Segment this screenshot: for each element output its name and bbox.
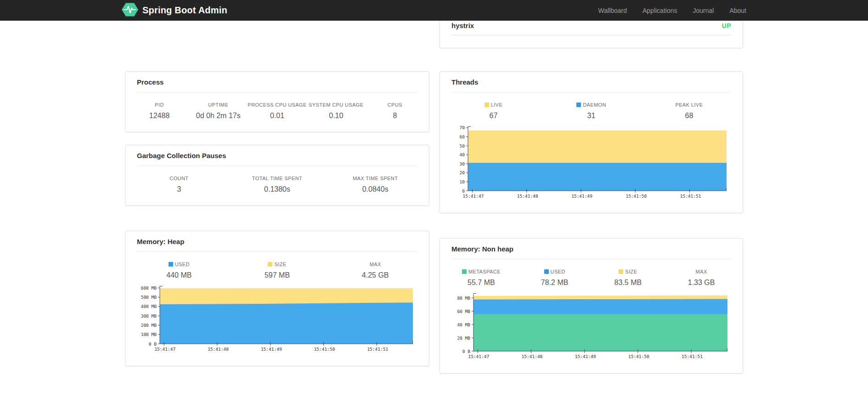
svg-text:400 MB: 400 MB xyxy=(141,304,157,309)
svg-text:15:41:50: 15:41:50 xyxy=(628,354,649,359)
process-card: Process PID 12488 UPTIME 0d 0h 2m 17s PR… xyxy=(125,71,429,132)
service-status-badge: UP xyxy=(722,22,731,29)
svg-text:15:41:49: 15:41:49 xyxy=(575,354,596,359)
memory-nonheap-stats: METASPACE 55.7 MB USED 78.2 MB SIZE 83.5… xyxy=(440,259,743,289)
top-navbar: Spring Boot Admin Wallboard Applications… xyxy=(0,0,868,21)
threads-stats: LIVE 67 DAEMON 31 PEAK LIVE 68 xyxy=(440,92,743,122)
size-legend-swatch xyxy=(268,262,272,267)
gc-card-title: Garbage Collection Pauses xyxy=(137,145,417,166)
stat-nonheap-metaspace: METASPACE 55.7 MB xyxy=(445,269,518,287)
stat-cpus: CPUS 8 xyxy=(366,102,424,120)
svg-text:15:41:48: 15:41:48 xyxy=(208,347,229,352)
stat-gc-max-time: MAX TIME SPENT 0.0840s xyxy=(326,176,424,194)
stat-gc-total-time: TOTAL TIME SPENT 0.1380s xyxy=(228,176,327,194)
memory-nonheap-chart: 0 B20 MB40 MB60 MB80 MB15:41:4715:41:481… xyxy=(440,289,743,373)
svg-text:600 MB: 600 MB xyxy=(141,285,157,290)
stat-threads-live: LIVE 67 xyxy=(445,102,542,120)
brand[interactable]: Spring Boot Admin xyxy=(122,2,227,19)
threads-chart: 01020304050607015:41:4715:41:4815:41:491… xyxy=(440,122,743,213)
memory-heap-card-title: Memory: Heap xyxy=(137,231,417,252)
svg-text:40 MB: 40 MB xyxy=(457,322,470,327)
svg-text:20 MB: 20 MB xyxy=(457,336,470,341)
svg-text:60 MB: 60 MB xyxy=(457,309,470,314)
nav-item-wallboard[interactable]: Wallboard xyxy=(598,7,627,14)
nav-item-about[interactable]: About xyxy=(729,7,746,14)
svg-text:300 MB: 300 MB xyxy=(141,313,157,319)
spring-boot-admin-logo-icon xyxy=(122,2,138,19)
stat-nonheap-max: MAX 1.33 GB xyxy=(665,269,738,287)
svg-text:30: 30 xyxy=(460,161,465,166)
svg-text:15:41:50: 15:41:50 xyxy=(314,347,335,352)
svg-text:0: 0 xyxy=(462,188,465,194)
stat-gc-count: COUNT 3 xyxy=(130,176,228,194)
svg-text:15:41:48: 15:41:48 xyxy=(517,194,538,199)
used-legend-swatch xyxy=(169,262,173,267)
stat-process-cpu-usage: PROCESS CPU USAGE 0.01 xyxy=(248,102,306,120)
svg-text:15:41:47: 15:41:47 xyxy=(468,354,489,359)
nav-item-applications[interactable]: Applications xyxy=(643,7,677,14)
size-legend-swatch xyxy=(619,269,623,274)
svg-text:200 MB: 200 MB xyxy=(141,323,157,328)
stat-heap-used: USED 440 MB xyxy=(130,262,228,279)
svg-text:40: 40 xyxy=(460,152,465,157)
stat-heap-size: SIZE 597 MB xyxy=(228,262,327,279)
svg-text:15:41:51: 15:41:51 xyxy=(682,354,703,359)
svg-text:15:41:51: 15:41:51 xyxy=(680,194,701,199)
nav-item-journal[interactable]: Journal xyxy=(693,7,714,14)
svg-text:70: 70 xyxy=(460,125,465,130)
used-legend-swatch xyxy=(544,269,549,274)
garbage-collection-card: Garbage Collection Pauses COUNT 3 TOTAL … xyxy=(125,145,429,206)
stat-nonheap-used: USED 78.2 MB xyxy=(518,269,592,287)
memory-heap-chart: 0 B100 MB200 MB300 MB400 MB500 MB600 MB1… xyxy=(125,281,429,366)
svg-text:20: 20 xyxy=(460,170,465,175)
svg-text:0 B: 0 B xyxy=(149,342,157,347)
gc-stats: COUNT 3 TOTAL TIME SPENT 0.1380s MAX TIM… xyxy=(125,166,429,205)
threads-card-title: Threads xyxy=(451,72,731,92)
service-row-hystrix[interactable]: hystrix UP xyxy=(451,22,731,35)
app-title: Spring Boot Admin xyxy=(142,5,227,16)
metaspace-legend-swatch xyxy=(462,269,467,274)
svg-text:15:41:49: 15:41:49 xyxy=(571,194,592,199)
service-name[interactable]: hystrix xyxy=(451,22,474,29)
stat-pid: PID 12488 xyxy=(130,102,189,120)
threads-card: Threads LIVE 67 DAEMON 31 PEAK LIVE 68 xyxy=(440,71,743,213)
svg-text:15:41:47: 15:41:47 xyxy=(463,194,484,199)
svg-text:80 MB: 80 MB xyxy=(457,296,470,301)
stat-heap-max: MAX 4.25 GB xyxy=(326,262,424,279)
daemon-legend-swatch xyxy=(576,102,581,107)
svg-text:15:41:49: 15:41:49 xyxy=(261,347,282,352)
memory-nonheap-card-title: Memory: Non heap xyxy=(451,239,731,259)
nav-links: Wallboard Applications Journal About xyxy=(598,7,746,14)
process-stats: PID 12488 UPTIME 0d 0h 2m 17s PROCESS CP… xyxy=(125,92,429,132)
live-legend-swatch xyxy=(485,102,489,107)
svg-text:100 MB: 100 MB xyxy=(141,332,157,337)
svg-text:15:41:50: 15:41:50 xyxy=(626,194,647,199)
svg-text:50: 50 xyxy=(460,143,465,148)
memory-heap-card: Memory: Heap USED 440 MB SIZE 597 MB MAX… xyxy=(125,231,429,366)
svg-text:500 MB: 500 MB xyxy=(141,295,157,300)
stat-system-cpu-usage: SYSTEM CPU USAGE 0.10 xyxy=(307,102,366,120)
memory-heap-stats: USED 440 MB SIZE 597 MB MAX 4.25 GB xyxy=(125,252,429,281)
svg-text:15:41:48: 15:41:48 xyxy=(522,354,543,359)
process-card-title: Process xyxy=(137,72,417,92)
stat-nonheap-size: SIZE 83.5 MB xyxy=(592,269,665,287)
stat-threads-daemon: DAEMON 31 xyxy=(542,102,640,120)
svg-text:15:41:47: 15:41:47 xyxy=(154,347,175,352)
stat-uptime: UPTIME 0d 0h 2m 17s xyxy=(189,102,248,120)
svg-text:60: 60 xyxy=(460,134,465,139)
memory-nonheap-card: Memory: Non heap METASPACE 55.7 MB USED … xyxy=(440,238,743,374)
stat-threads-peak-live: PEAK LIVE 68 xyxy=(640,102,738,120)
svg-text:0 B: 0 B xyxy=(462,349,470,354)
svg-text:10: 10 xyxy=(460,179,465,184)
svg-text:15:41:51: 15:41:51 xyxy=(367,347,388,352)
